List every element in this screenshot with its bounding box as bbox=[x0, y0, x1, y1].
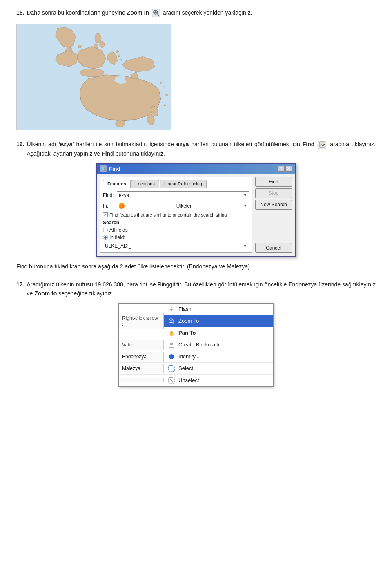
checkbox-row: ✓ Find features that are similar to or c… bbox=[103, 212, 249, 217]
dialog-close-btn[interactable]: ✕ bbox=[285, 166, 292, 172]
radio-in-field[interactable] bbox=[103, 235, 108, 240]
context-item-flash-label: Flash bbox=[178, 306, 192, 312]
zoom-in-label: Zoom In bbox=[127, 9, 149, 16]
find-input-value: ezya bbox=[119, 192, 243, 198]
field-dropdown-arrow: ▼ bbox=[243, 244, 247, 248]
context-endonezya-value: Endonezya bbox=[119, 352, 164, 362]
pan-to-icon: ✋ bbox=[168, 329, 175, 337]
layer-icon bbox=[119, 203, 125, 209]
context-menu: Right-click a row : Flash bbox=[118, 303, 274, 387]
unselect-icon bbox=[168, 377, 175, 384]
select-icon bbox=[168, 365, 175, 372]
identify-icon: i bbox=[168, 353, 175, 360]
svg-point-7 bbox=[95, 33, 101, 43]
radio-field-label: In field: bbox=[109, 234, 125, 240]
find-field-label: Find: bbox=[103, 192, 114, 198]
ezya-bold: ezya bbox=[176, 141, 189, 147]
step-15-line: 15. Daha sonra bu koordinatların güneyin… bbox=[16, 8, 376, 17]
zoom-to-icon bbox=[168, 317, 175, 325]
svg-point-18 bbox=[116, 120, 125, 127]
find-result-paragraph: Find butonuna tıkladıktan sonra aşağıda … bbox=[16, 262, 376, 272]
cancel-button[interactable]: Cancel bbox=[255, 243, 292, 253]
checkbox-label: Find features that are similar to or con… bbox=[109, 212, 227, 217]
flash-icon bbox=[168, 306, 175, 313]
context-malezya-row: Malezya Select bbox=[119, 363, 273, 375]
find-button[interactable]: Find bbox=[255, 177, 292, 187]
step-16-text: Ülkenin adı 'ezya' harfleri ile son bulm… bbox=[27, 140, 376, 158]
step-16-text-p1: Ülkenin adı bbox=[27, 141, 58, 147]
context-endonezya-row: Endonezya i Identify... bbox=[119, 351, 273, 363]
context-value-header-row: Value Create Bookmark bbox=[119, 339, 273, 351]
find-tool-icon[interactable]: AA bbox=[318, 141, 326, 149]
in-select[interactable]: Ulkeler ▼ bbox=[117, 202, 249, 210]
step-16-text-p7: butonuna tıklayınız. bbox=[114, 150, 165, 157]
context-item-pan-to[interactable]: ✋ Pan To bbox=[164, 327, 273, 339]
field-select[interactable]: ULKE_ADI_ ▼ bbox=[103, 242, 249, 250]
tab-locations[interactable]: Locations bbox=[131, 180, 159, 188]
step-17-number: 17. bbox=[16, 280, 24, 289]
context-item-select[interactable]: Select bbox=[164, 363, 273, 374]
tab-linear-referencing[interactable]: Linear Referencing bbox=[160, 180, 207, 188]
dialog-left-panel: Features Locations Linear Referencing Fi… bbox=[100, 177, 252, 253]
in-dropdown-arrow: ▼ bbox=[243, 204, 247, 208]
svg-point-21 bbox=[116, 51, 119, 53]
radio-all-label: All fields bbox=[109, 227, 128, 233]
step-17-section: 17. Aradığımız ülkenin nüfusu 19.626.380… bbox=[16, 280, 376, 387]
ezya-italic: 'ezya' bbox=[59, 141, 74, 147]
context-endonezya-items: i Identify... bbox=[164, 351, 273, 362]
svg-line-33 bbox=[173, 322, 174, 324]
context-item-identify[interactable]: i Identify... bbox=[164, 351, 273, 362]
context-item-zoom-label: Zoom To bbox=[178, 318, 199, 324]
context-item-unselect[interactable]: Unselect bbox=[164, 375, 273, 386]
find-label-inline: Find bbox=[303, 141, 315, 147]
radio-all-row: All fields bbox=[103, 227, 249, 233]
step-16-number: 16. bbox=[16, 140, 24, 149]
map-container bbox=[16, 24, 376, 130]
in-field-label: In: bbox=[103, 203, 114, 209]
svg-point-8 bbox=[100, 41, 105, 48]
map-box bbox=[16, 24, 172, 130]
dialog-help-btn[interactable]: ? bbox=[278, 166, 285, 172]
titlebar-controls: ? ✕ bbox=[278, 166, 292, 172]
svg-text:AA: AA bbox=[320, 143, 325, 147]
svg-text:✋: ✋ bbox=[169, 330, 175, 336]
dialog-titlebar: 🔍 Find ? ✕ bbox=[97, 164, 295, 174]
context-items-cell: Flash Zoom To bbox=[164, 304, 273, 339]
step-16-text-p3: İçerisinde bbox=[147, 141, 176, 147]
context-item-flash[interactable]: Flash bbox=[164, 304, 273, 315]
svg-point-27 bbox=[160, 82, 162, 84]
svg-point-24 bbox=[78, 45, 81, 48]
search-section-label: Search: bbox=[103, 220, 249, 226]
new-search-button[interactable]: New Search bbox=[255, 200, 292, 210]
svg-line-44 bbox=[170, 379, 173, 382]
zoom-in-icon[interactable] bbox=[152, 9, 160, 17]
svg-point-12 bbox=[80, 69, 104, 77]
in-select-value: Ulkeler bbox=[176, 203, 192, 209]
step-16-line: 16. Ülkenin adı 'ezya' harfleri ile son … bbox=[16, 140, 376, 158]
context-item-zoom-to[interactable]: Zoom To bbox=[164, 315, 273, 327]
context-item-bookmark[interactable]: Create Bookmark bbox=[164, 339, 273, 351]
context-item-bookmark-label: Create Bookmark bbox=[178, 342, 220, 348]
dialog-title-text: Find bbox=[109, 166, 120, 172]
dialog-body: Features Locations Linear Referencing Fi… bbox=[97, 174, 295, 256]
bookmark-icon bbox=[168, 341, 175, 348]
step-16-text-p6: Aşağıdaki ayarları yapınız ve bbox=[27, 150, 102, 157]
context-value-header: Value bbox=[119, 340, 164, 350]
field-select-value: ULKE_ADI_ bbox=[105, 243, 131, 249]
similar-checkbox[interactable]: ✓ bbox=[103, 212, 108, 217]
dialog-tabs: Features Locations Linear Referencing bbox=[103, 180, 249, 188]
stop-button[interactable]: Stop bbox=[255, 188, 292, 198]
svg-point-26 bbox=[164, 105, 166, 106]
step-16-text-p5: aracına tıklayınız. bbox=[330, 141, 376, 147]
find-bold: Find bbox=[102, 150, 114, 157]
context-unselect-value bbox=[119, 378, 164, 382]
radio-all-fields[interactable] bbox=[103, 228, 108, 232]
radio-field-row: In field: bbox=[103, 234, 249, 240]
context-unselect-row: Unselect bbox=[119, 375, 273, 386]
tab-features[interactable]: Features bbox=[103, 180, 131, 188]
find-input[interactable]: ezya ▼ bbox=[117, 191, 249, 199]
context-header-row: Right-click a row : Flash bbox=[119, 304, 273, 339]
find-row: Find: ezya ▼ bbox=[103, 191, 249, 199]
step-15-text-after: aracını seçerek yeniden yaklaşınız. bbox=[163, 9, 252, 16]
svg-text:i: i bbox=[171, 355, 172, 359]
